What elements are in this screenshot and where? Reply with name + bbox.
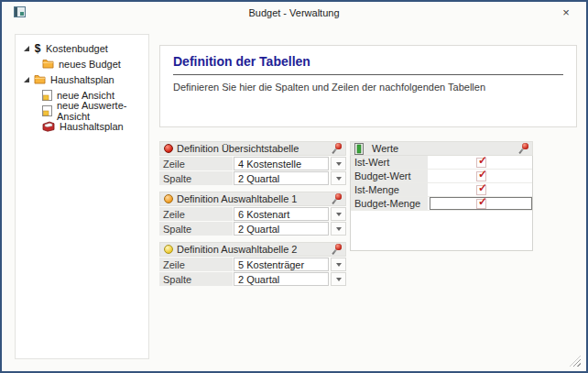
yellow-dot-icon [164, 245, 173, 254]
window-title: Budget - Verwaltung [2, 7, 586, 18]
table-title: Definition Übersichtstabelle [177, 143, 299, 154]
tree-panel: $ Kostenbudget neues Budget Haushaltspla… [15, 34, 149, 359]
tree-item-neues-budget[interactable]: neues Budget [16, 56, 148, 71]
row-label: Zeile [159, 258, 233, 271]
checkbox-ist-wert[interactable]: ✓ [476, 158, 486, 168]
tree-item-label: neue Auswerte-Ansicht [57, 100, 148, 122]
def-table-auswahltabelle-2: Definition Auswahltabelle 2 Zeile 5 Kost… [159, 242, 346, 286]
table-header: Definition Auswahltabelle 2 [159, 242, 346, 257]
row-label: Spalte [159, 222, 233, 236]
table-row: Zeile 5 Kostenträger [159, 258, 346, 271]
titlebar: Budget - Verwaltung × [2, 2, 586, 26]
row-label: Spalte [159, 272, 233, 286]
chevron-down-icon [336, 162, 342, 166]
tree-item-haushaltsplan-root[interactable]: Haushaltsplan [16, 71, 148, 87]
chevron-down-icon [336, 177, 342, 181]
close-icon[interactable]: × [560, 5, 572, 19]
checkbox-budget-menge[interactable]: ✓ [476, 199, 486, 209]
folder-icon [42, 59, 54, 69]
table-row: Budget-Wert ✓ [351, 170, 532, 183]
zeile-combobox[interactable]: 5 Kostenträger [234, 258, 329, 271]
werte-panel: Werte Ist-Wert ✓ Budget-Wert ✓ Ist-Menge… [350, 141, 533, 251]
table-row: Budget-Menge ✓ [351, 197, 532, 211]
table-header: Definition Übersichtstabelle [159, 141, 346, 156]
zeile-combobox[interactable]: 6 Kostenart [234, 207, 329, 221]
zeile-combobox[interactable]: 4 Kostenstelle [234, 157, 329, 170]
checkbox-cell: ✓ [430, 156, 532, 169]
werte-body: Ist-Wert ✓ Budget-Wert ✓ Ist-Menge ✓ Bud… [350, 156, 533, 251]
tree-item-label: neues Budget [59, 59, 121, 70]
table-row: Spalte 2 Quartal [159, 222, 346, 236]
row-label: Zeile [159, 207, 233, 221]
chevron-down-icon [336, 227, 342, 231]
dropdown-button[interactable] [331, 222, 346, 236]
folder-icon [34, 74, 46, 84]
dropdown-button[interactable] [331, 272, 346, 286]
table-header: Definition Auswahltabelle 1 [159, 192, 346, 206]
orange-dot-icon [164, 194, 173, 203]
title-divider [173, 74, 563, 75]
checkbox-cell-focused[interactable]: ✓ [430, 197, 532, 210]
spalte-combobox[interactable]: 2 Quartal [234, 222, 329, 236]
check-icon: ✓ [478, 183, 487, 192]
resize-grip[interactable] [570, 356, 581, 367]
checkbox-cell: ✓ [430, 183, 532, 196]
book-icon [42, 121, 55, 132]
row-label: Ist-Wert [351, 156, 430, 169]
table-row: Ist-Wert ✓ [351, 156, 532, 170]
dropdown-button[interactable] [331, 258, 346, 271]
table-row: Zeile 4 Kostenstelle [159, 157, 346, 170]
row-label: Spalte [159, 171, 233, 185]
def-table-auswahltabelle-1: Definition Auswahltabelle 1 Zeile 6 Kost… [159, 192, 346, 236]
row-label: Budget-Wert [351, 170, 430, 182]
table-row: Zeile 6 Kostenart [159, 207, 346, 221]
expander-icon[interactable] [24, 77, 29, 82]
tree-item-kostenbudget[interactable]: $ Kostenbudget [16, 40, 148, 56]
spalte-combobox[interactable]: 2 Quartal [234, 171, 329, 185]
row-label: Ist-Menge [351, 183, 430, 196]
table-row: Spalte 2 Quartal [159, 171, 346, 185]
table-title: Definition Auswahltabelle 2 [177, 244, 297, 255]
chevron-down-icon [336, 213, 342, 216]
page-title: Definition der Tabellen [173, 54, 563, 69]
tree-item-label: Haushaltsplan [60, 121, 124, 132]
table-row: Spalte 2 Quartal [159, 272, 346, 286]
tree-item-label: Kostenbudget [46, 43, 108, 54]
table-title: Definition Auswahltabelle 1 [177, 193, 297, 204]
tree-item-neue-auswerte-ansicht[interactable]: neue Auswerte-Ansicht [16, 103, 148, 118]
check-icon: ✓ [478, 170, 487, 179]
table-title: Werte [372, 143, 398, 154]
tree-item-label: Haushaltsplan [50, 74, 114, 85]
red-dot-icon [164, 144, 173, 153]
row-label: Budget-Menge [351, 197, 430, 210]
page-description: Definieren Sie hier die Spalten und Zeil… [173, 82, 563, 93]
expander-icon[interactable] [24, 46, 29, 51]
dropdown-button[interactable] [331, 171, 346, 185]
checkbox-budget-wert[interactable]: ✓ [476, 171, 486, 181]
budget-verwaltung-window: Budget - Verwaltung × $ Kostenbudget neu… [0, 0, 588, 373]
chevron-down-icon [336, 278, 342, 281]
check-icon: ✓ [478, 197, 487, 206]
check-icon: ✓ [478, 156, 487, 165]
dollar-icon: $ [34, 42, 41, 55]
pushpin-icon[interactable] [332, 193, 342, 205]
values-table-icon [354, 143, 364, 155]
dropdown-button[interactable] [331, 207, 346, 221]
checkbox-ist-menge[interactable]: ✓ [476, 185, 486, 195]
page-icon [42, 90, 52, 101]
header-panel: Definition der Tabellen Definieren Sie h… [159, 45, 577, 127]
spalte-combobox[interactable]: 2 Quartal [234, 272, 329, 286]
def-table-uebersichtstabelle: Definition Übersichtstabelle Zeile 4 Kos… [159, 141, 346, 185]
row-label: Zeile [159, 157, 233, 170]
checkbox-cell: ✓ [430, 170, 532, 182]
pushpin-icon[interactable] [332, 244, 342, 256]
pushpin-icon[interactable] [332, 143, 342, 155]
table-header: Werte [350, 141, 533, 156]
pushpin-icon[interactable] [518, 143, 528, 155]
chevron-down-icon [336, 263, 342, 267]
page-icon [42, 105, 52, 116]
table-row: Ist-Menge ✓ [351, 183, 532, 197]
dropdown-button[interactable] [331, 157, 346, 170]
